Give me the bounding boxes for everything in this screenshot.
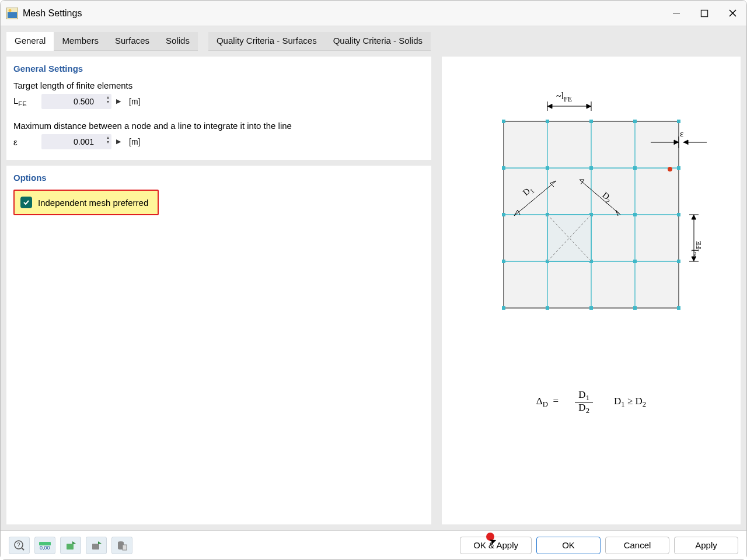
svg-rect-37 <box>633 306 637 310</box>
svg-line-60 <box>22 548 24 550</box>
footer: ? 0,00 OK & Apply OK Cancel Apply <box>1 530 746 559</box>
svg-rect-22 <box>633 166 637 170</box>
svg-rect-36 <box>589 306 593 310</box>
formula-delta-sub: D <box>543 401 548 409</box>
eps-input[interactable] <box>41 134 111 149</box>
tab-surfaces[interactable]: Surfaces <box>107 32 158 51</box>
svg-marker-67 <box>98 541 102 544</box>
svg-rect-14 <box>502 120 505 123</box>
help-icon[interactable]: ? <box>9 537 30 554</box>
svg-rect-27 <box>633 213 637 216</box>
svg-rect-64 <box>67 544 74 550</box>
diagram-panel: D1 D2 ~lFE <box>442 57 741 524</box>
eps-menu-arrow-icon[interactable]: ▶ <box>116 138 121 145</box>
maximize-button[interactable] <box>690 1 718 26</box>
svg-rect-18 <box>677 120 680 123</box>
svg-rect-20 <box>546 166 549 170</box>
units-icon[interactable]: 0,00 <box>34 537 55 554</box>
database-icon[interactable] <box>111 537 132 554</box>
lfe-unit: [m] <box>129 97 140 106</box>
independent-mesh-highlight: Independent mesh preferred <box>13 190 159 215</box>
svg-point-39 <box>668 167 672 172</box>
export-icon[interactable] <box>86 537 107 554</box>
tab-quality-surfaces[interactable]: Quality Criteria - Surfaces <box>208 32 325 51</box>
app-icon <box>6 8 18 19</box>
svg-rect-33 <box>677 260 680 263</box>
svg-rect-15 <box>546 120 549 123</box>
svg-rect-66 <box>92 544 99 550</box>
formula-delta: Δ <box>536 396 543 407</box>
general-settings-group: General Settings Target length of finite… <box>6 57 431 160</box>
lfe-spinner[interactable]: ▴▾ <box>107 95 109 104</box>
svg-rect-34 <box>502 306 505 310</box>
titlebar: Mesh Settings <box>1 1 746 26</box>
close-button[interactable] <box>718 1 746 26</box>
ok-button[interactable]: OK <box>536 537 601 554</box>
eps-unit: [m] <box>129 137 140 146</box>
tab-members[interactable]: Members <box>54 32 107 51</box>
svg-marker-65 <box>72 541 76 544</box>
independent-mesh-checkbox[interactable] <box>20 197 32 208</box>
independent-mesh-label: Independent mesh preferred <box>38 198 148 208</box>
svg-rect-29 <box>502 260 505 263</box>
svg-point-2 <box>9 9 12 12</box>
svg-text:~lFE: ~lFE <box>690 241 703 257</box>
lfe-symbol: LFE <box>13 96 37 107</box>
minimize-button[interactable] <box>662 1 690 26</box>
apply-button[interactable]: Apply <box>674 537 738 554</box>
lfe-menu-arrow-icon[interactable]: ▶ <box>116 97 121 105</box>
general-settings-heading: General Settings <box>13 64 424 74</box>
svg-rect-21 <box>589 166 593 170</box>
target-length-label: Target length of finite elements <box>13 80 424 90</box>
svg-text:~lFE: ~lFE <box>556 91 572 103</box>
mesh-diagram: D1 D2 ~lFE <box>469 75 714 355</box>
svg-text:ε: ε <box>680 129 683 138</box>
eps-spinner[interactable]: ▴▾ <box>107 135 109 145</box>
eps-symbol: ε <box>13 137 37 147</box>
window-title: Mesh Settings <box>23 8 82 19</box>
formula: ΔD = D1 D2 D1 ≥ D2 <box>536 390 646 415</box>
svg-rect-19 <box>502 166 505 170</box>
tab-bar: General Members Surfaces Solids Quality … <box>6 32 741 51</box>
formula-eq: = <box>553 396 559 407</box>
svg-text:0,00: 0,00 <box>40 545 50 550</box>
tab-solids[interactable]: Solids <box>158 32 198 51</box>
svg-rect-17 <box>633 120 637 123</box>
svg-rect-35 <box>546 306 549 310</box>
svg-rect-38 <box>677 306 680 310</box>
tab-quality-solids[interactable]: Quality Criteria - Solids <box>325 32 431 51</box>
options-group: Options Independent mesh preferred <box>6 166 431 524</box>
options-heading: Options <box>13 173 424 183</box>
max-distance-label: Maximum distance between a node and a li… <box>13 121 424 131</box>
svg-rect-1 <box>8 12 17 18</box>
svg-rect-32 <box>633 260 637 263</box>
svg-rect-4 <box>701 10 708 16</box>
svg-rect-24 <box>502 213 505 216</box>
import-icon[interactable] <box>60 537 81 554</box>
lfe-input[interactable] <box>41 94 111 109</box>
tab-general[interactable]: General <box>6 32 54 51</box>
svg-rect-16 <box>589 120 593 123</box>
svg-rect-23 <box>677 166 680 170</box>
svg-rect-71 <box>123 545 127 550</box>
cancel-button[interactable]: Cancel <box>605 537 669 554</box>
svg-text:?: ? <box>17 542 20 548</box>
formula-fraction: D1 D2 <box>575 390 593 415</box>
svg-rect-28 <box>677 213 680 216</box>
